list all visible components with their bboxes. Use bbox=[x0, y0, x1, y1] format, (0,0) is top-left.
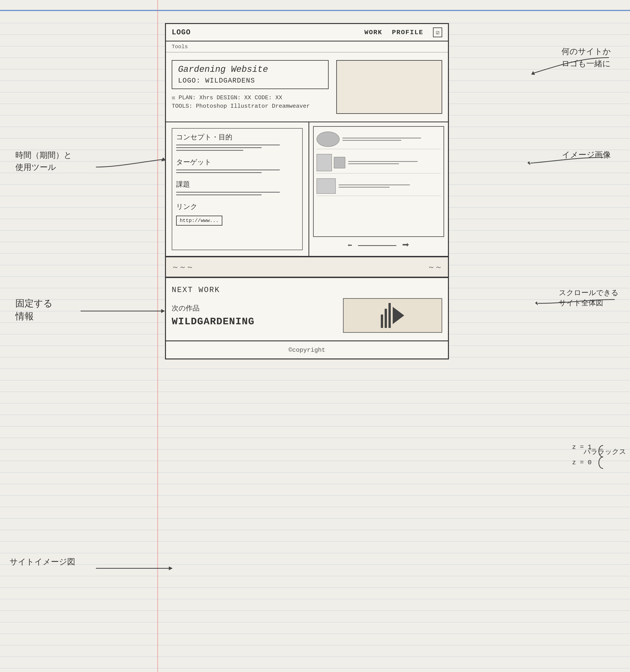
info-link-box[interactable]: http://www... bbox=[176, 216, 222, 225]
scroll-line bbox=[338, 187, 389, 188]
scroll-item-3 bbox=[317, 176, 440, 196]
footer: ©copyright bbox=[166, 341, 448, 358]
scroll-image-oval bbox=[317, 131, 339, 147]
top-rule-line bbox=[0, 10, 630, 11]
info-panel-border: コンセプト・目的 ターゲット bbox=[172, 128, 303, 250]
wireframe-container: LOGO WORK PROFILE ☑ Tools Gardening Webs… bbox=[165, 23, 449, 359]
copyright-text: ©copyright bbox=[288, 346, 325, 354]
middle-section: コンセプト・目的 ターゲット bbox=[166, 122, 448, 257]
next-left: 次の作品 WILDGARDENING bbox=[172, 304, 335, 327]
scroll-panel: ⬅ ⮕ bbox=[309, 122, 448, 256]
margin-line bbox=[157, 0, 158, 672]
info-concept-lines bbox=[176, 145, 298, 151]
info-line bbox=[176, 170, 280, 170]
scroll-line bbox=[348, 161, 418, 162]
nav-work-link[interactable]: WORK bbox=[364, 29, 382, 36]
info-line bbox=[176, 147, 262, 148]
play-bars bbox=[381, 303, 391, 328]
info-panel: コンセプト・目的 ターゲット bbox=[166, 122, 309, 256]
info-link: リンク http://www... bbox=[176, 202, 298, 225]
scroll-lines-3 bbox=[338, 185, 440, 188]
info-problem: 課題 bbox=[176, 180, 298, 195]
z1-label: z = 1 bbox=[572, 443, 591, 451]
scroll-line bbox=[338, 185, 410, 185]
nav-profile-checkbox[interactable]: ☑ bbox=[433, 27, 442, 37]
info-problem-lines bbox=[176, 192, 298, 195]
parallax-text2: ～～ bbox=[428, 262, 442, 272]
next-subtitle: 次の作品 bbox=[172, 304, 335, 313]
hero-title: Gardening Website bbox=[178, 65, 322, 74]
play-bar-3 bbox=[388, 303, 391, 328]
next-section: NEXT WORK 次の作品 WILDGARDENING bbox=[166, 278, 448, 341]
scroll-image-small bbox=[334, 157, 345, 168]
info-target-lines bbox=[176, 170, 298, 173]
scroll-arrows: ⬅ ⮕ bbox=[313, 239, 444, 252]
hero-section: Gardening Website LOGO: WILDGARDENS ☒ PL… bbox=[166, 52, 448, 122]
nav-profile-link[interactable]: PROFILE bbox=[392, 29, 423, 36]
nav-bar: LOGO WORK PROFILE ☑ bbox=[166, 24, 448, 42]
scroll-arrow-right[interactable]: ⮕ bbox=[402, 241, 410, 250]
info-problem-title: 課題 bbox=[176, 180, 298, 189]
hero-meta: ☒ PLAN: Xhrs DESIGN: XX CODE: XX TOOLS: … bbox=[172, 94, 329, 110]
next-content: 次の作品 WILDGARDENING bbox=[172, 298, 442, 333]
play-bar-1 bbox=[381, 314, 383, 328]
scroll-image-box bbox=[317, 154, 332, 171]
tools-label: Tools bbox=[172, 44, 188, 50]
scroll-image-rect bbox=[317, 178, 336, 194]
hero-tools-line: TOOLS: Photoshop Illustrator Dreamweaver bbox=[172, 103, 329, 110]
info-concept-title: コンセプト・目的 bbox=[176, 133, 298, 142]
scroll-lines-1 bbox=[343, 138, 440, 141]
scroll-item-2 bbox=[317, 152, 440, 173]
info-line bbox=[176, 194, 262, 195]
scroll-line bbox=[348, 163, 399, 164]
hero-image-placeholder bbox=[336, 60, 442, 114]
z0-label: z = 0 bbox=[572, 459, 591, 466]
info-target-title: ターゲット bbox=[176, 158, 298, 167]
hero-left: Gardening Website LOGO: WILDGARDENS ☒ PL… bbox=[172, 60, 329, 114]
scroll-line bbox=[343, 138, 421, 139]
info-link-title: リンク bbox=[176, 202, 298, 211]
play-icon bbox=[381, 303, 404, 328]
play-bar-2 bbox=[385, 309, 387, 328]
scroll-frame[interactable] bbox=[313, 126, 444, 237]
scroll-bar bbox=[358, 245, 396, 246]
nav-logo: LOGO bbox=[172, 28, 191, 37]
parallax-area: ～～～ ～～ bbox=[166, 257, 448, 277]
hero-plan-line: ☒ PLAN: Xhrs DESIGN: XX CODE: XX bbox=[172, 94, 329, 101]
info-line bbox=[176, 145, 280, 145]
info-line bbox=[176, 172, 262, 173]
tools-bar: Tools bbox=[166, 42, 448, 52]
info-line bbox=[176, 150, 243, 151]
site-frame: LOGO WORK PROFILE ☑ Tools Gardening Webs… bbox=[165, 23, 449, 359]
scroll-lines-2 bbox=[348, 161, 440, 164]
info-target: ターゲット bbox=[176, 158, 298, 173]
nav-links: WORK PROFILE ☑ bbox=[364, 27, 442, 37]
next-title: WILDGARDENING bbox=[172, 316, 335, 327]
scroll-arrow-left[interactable]: ⬅ bbox=[347, 241, 352, 250]
parallax-inner: ～～～ ～～ bbox=[172, 262, 442, 272]
play-triangle bbox=[393, 307, 404, 324]
next-image-box[interactable] bbox=[343, 298, 443, 333]
scroll-item-1 bbox=[317, 129, 440, 149]
info-concept: コンセプト・目的 bbox=[176, 133, 298, 151]
hero-logo-line: LOGO: WILDGARDENS bbox=[178, 77, 322, 85]
info-line bbox=[176, 192, 280, 193]
scroll-line bbox=[343, 140, 401, 141]
hero-title-box: Gardening Website LOGO: WILDGARDENS bbox=[172, 60, 329, 89]
next-work-label: NEXT WORK bbox=[172, 286, 442, 294]
parallax-text: ～～～ bbox=[172, 262, 194, 272]
